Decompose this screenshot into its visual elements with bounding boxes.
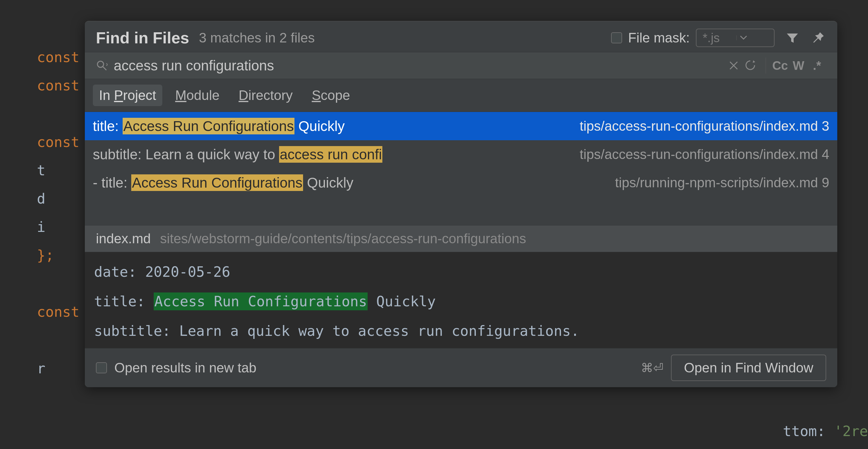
svg-point-0 <box>97 61 103 67</box>
history-icon[interactable] <box>745 60 761 71</box>
results-padding <box>85 197 837 225</box>
shortcut-hint: ⌘⏎ <box>641 361 663 375</box>
file-mask-combo[interactable]: *.js <box>696 29 775 47</box>
file-mask-checkbox[interactable] <box>611 32 622 43</box>
dialog-footer: Open results in new tab ⌘⏎ Open in Find … <box>85 348 837 387</box>
file-mask-value: *.js <box>703 31 737 45</box>
svg-line-1 <box>103 67 106 70</box>
scope-directory[interactable]: Directory <box>232 85 299 106</box>
result-row[interactable]: subtitle: Learn a quick way to access ru… <box>85 140 837 169</box>
open-in-tab-label: Open results in new tab <box>114 360 633 376</box>
dialog-title: Find in Files <box>96 29 189 47</box>
chevron-down-icon <box>737 35 770 40</box>
result-row[interactable]: title: Access Run Configurations Quickly… <box>85 112 837 140</box>
separator <box>766 58 766 73</box>
preview-body[interactable]: date: 2020-05-26 title: Access Run Confi… <box>85 252 837 348</box>
file-mask-group: File mask: *.js <box>611 29 775 47</box>
open-in-tab-checkbox[interactable] <box>96 362 107 373</box>
search-bar: Cc W .* <box>85 52 837 79</box>
scope-tabs: In Project Module Directory Scope <box>85 79 837 112</box>
regex-toggle[interactable]: .* <box>808 59 826 72</box>
search-icon <box>96 60 107 71</box>
words-toggle[interactable]: W <box>789 59 808 72</box>
pin-icon[interactable] <box>810 30 826 46</box>
scope-in-project[interactable]: In Project <box>93 85 162 106</box>
clear-icon[interactable] <box>729 61 745 70</box>
preview-filename: index.md <box>96 231 151 246</box>
preview-header: index.md sites/webstorm-guide/contents/t… <box>85 225 837 252</box>
dialog-titlebar: Find in Files 3 matches in 2 files File … <box>85 21 837 52</box>
match-summary: 3 matches in 2 files <box>199 30 601 46</box>
preview-filepath: sites/webstorm-guide/contents/tips/acces… <box>160 231 526 246</box>
preview-line: subtitle: Learn a quick way to access ru… <box>94 316 828 346</box>
scope-module[interactable]: Module <box>169 85 226 106</box>
preview-line: date: 2020-05-26 <box>94 257 828 287</box>
result-row[interactable]: - title: Access Run Configurations Quick… <box>85 169 837 197</box>
preview-line: title: Access Run Configurations Quickly <box>94 287 828 316</box>
filter-icon[interactable] <box>784 30 800 46</box>
open-find-window-button[interactable]: Open in Find Window <box>671 355 826 381</box>
scope-scope[interactable]: Scope <box>306 85 356 106</box>
file-mask-label: File mask: <box>628 30 690 46</box>
match-case-toggle[interactable]: Cc <box>771 59 789 72</box>
results-list: title: Access Run Configurations Quickly… <box>85 112 837 225</box>
find-in-files-dialog: Find in Files 3 matches in 2 files File … <box>85 21 837 387</box>
search-input[interactable] <box>114 57 729 74</box>
